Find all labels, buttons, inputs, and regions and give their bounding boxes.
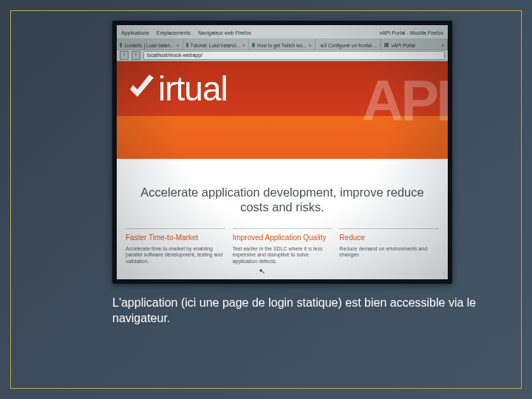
favicon-icon	[120, 43, 122, 47]
tab-label: How to get Twitch wo...	[257, 43, 307, 48]
close-icon[interactable]: ×	[242, 43, 245, 48]
column-title: Faster Time-to-Market	[126, 233, 225, 242]
menu-emplacements[interactable]: Emplacements	[157, 30, 191, 35]
column-body: Test earlier in the SDLC where it is les…	[233, 246, 332, 265]
banner-top-strip: irtual API	[117, 61, 448, 116]
window-title: vAPI Portal - Mozilla Firefox	[380, 30, 443, 35]
menu-applications[interactable]: Applications	[121, 30, 149, 35]
browser-tab[interactable]: Tutorial: Load balanci... ×	[183, 39, 250, 50]
column-title: Improved Application Quality	[233, 233, 332, 242]
feature-columns: Faster Time-to-Market Accelerate time-to…	[117, 228, 448, 265]
os-menubar: Applications Emplacements Navigateur web…	[117, 25, 448, 39]
browser-tabstrip: Lunastic | Load balan... × Tutorial: Loa…	[117, 39, 448, 50]
close-icon[interactable]: ×	[177, 43, 180, 48]
hero-headline: Accelerate application development, impr…	[117, 175, 448, 228]
page-body: Accelerate application development, impr…	[117, 159, 448, 265]
close-icon[interactable]: ×	[309, 43, 312, 48]
forward-button[interactable]: ›	[132, 51, 140, 60]
logo-text: irtual	[158, 69, 228, 109]
browser-tab[interactable]: Lunastic | Load balan... ×	[117, 39, 183, 50]
tab-label: Lunastic | Load balan...	[124, 43, 174, 48]
column-title: Reduce	[339, 233, 439, 242]
favicon-icon	[186, 43, 188, 47]
feature-column: Reduce Reduce demand on environments and…	[339, 228, 439, 265]
browser-tab[interactable]: w3 Configurer un frontal ... ×	[316, 39, 382, 50]
hero-banner: irtual API	[117, 61, 448, 159]
feature-column: Faster Time-to-Market Accelerate time-to…	[126, 228, 225, 265]
address-bar: ‹ › localhost/mock-webapp/	[117, 50, 448, 61]
feature-column: Improved Application Quality Test earlie…	[233, 228, 332, 265]
url-input[interactable]: localhost/mock-webapp/	[143, 51, 445, 60]
tab-label: Tutorial: Load balanci...	[191, 43, 240, 48]
slide: Applications Emplacements Navigateur web…	[0, 0, 532, 399]
close-icon[interactable]: ×	[441, 43, 444, 48]
column-body: Accelerate time-to-market by enabling pa…	[126, 246, 225, 265]
slide-caption: L'application (ici une page de login sta…	[112, 296, 489, 327]
screen-contents: Applications Emplacements Navigateur web…	[117, 25, 448, 279]
menu-browser[interactable]: Navigateur web Firefox	[198, 30, 251, 35]
webpage-content: irtual API Accelerate application develo…	[117, 61, 448, 279]
favicon-icon	[384, 43, 389, 47]
screenshot-photo: Applications Emplacements Navigateur web…	[112, 21, 452, 284]
mouse-cursor-icon: ↖	[258, 266, 265, 275]
favicon-icon	[252, 43, 255, 47]
browser-tab[interactable]: How to get Twitch wo... ×	[249, 39, 316, 50]
logo-api-text: API	[362, 67, 448, 134]
checkmark-icon	[126, 73, 157, 104]
tab-label: w3 Configurer un frontal ...	[321, 43, 378, 48]
back-button[interactable]: ‹	[120, 51, 129, 60]
browser-tab[interactable]: vAPI Portal ×	[381, 39, 448, 50]
column-body: Reduce demand on environments and change…	[339, 246, 439, 259]
tab-label: vAPI Portal	[391, 43, 415, 48]
